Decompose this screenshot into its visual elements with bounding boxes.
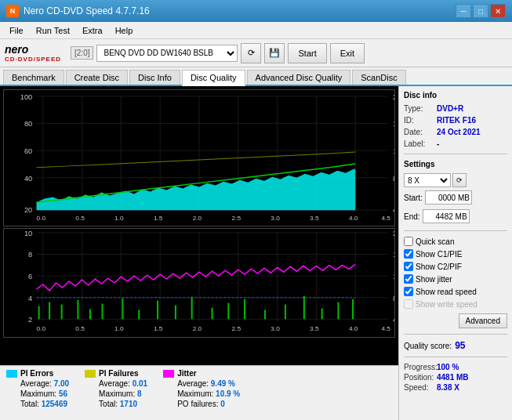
show-write-speed-checkbox — [404, 299, 413, 309]
svg-rect-84 — [244, 299, 245, 320]
disc-label-value: - — [437, 139, 439, 148]
menu-bar: File Run Test Extra Help — [0, 22, 512, 39]
quick-scan-checkbox[interactable] — [404, 237, 413, 246]
po-failures-value: 0 — [220, 400, 225, 408]
show-write-speed-label: Show write speed — [416, 300, 478, 309]
speed-label-progress: Speed: — [404, 383, 435, 392]
svg-text:2.5: 2.5 — [232, 215, 241, 222]
po-failures: PO failures: 0 — [163, 400, 240, 408]
show-c2pif-row: Show C2/PIF — [404, 262, 507, 271]
svg-text:4.0: 4.0 — [349, 215, 358, 222]
pi-errors-max: Maximum: 56 — [6, 389, 69, 398]
svg-text:2: 2 — [28, 316, 32, 324]
speed-row-progress: Speed: 8.38 X — [404, 383, 507, 392]
end-input[interactable] — [423, 209, 470, 223]
close-button[interactable]: ✕ — [490, 4, 506, 18]
app-icon: N — [6, 5, 19, 17]
tab-disc-info[interactable]: Disc Info — [129, 70, 180, 85]
svg-text:3.5: 3.5 — [310, 215, 319, 222]
svg-text:10: 10 — [24, 230, 32, 237]
quality-score-row: Quality score: 95 — [404, 340, 507, 351]
svg-rect-77 — [122, 299, 123, 320]
start-label: Start: — [404, 194, 423, 202]
svg-text:4: 4 — [28, 295, 32, 302]
minimize-button[interactable]: ─ — [456, 4, 471, 18]
svg-text:4: 4 — [393, 316, 394, 324]
svg-text:1.0: 1.0 — [114, 215, 124, 222]
pi-failures-label: PI Failures — [99, 369, 139, 378]
drive-label: [2:0] — [71, 46, 93, 60]
menu-run-test[interactable]: Run Test — [30, 24, 76, 37]
disc-type-value: DVD+R — [437, 104, 463, 113]
end-label: End: — [404, 212, 420, 221]
svg-text:0.5: 0.5 — [75, 325, 85, 332]
pi-errors-total: Total: 125469 — [6, 400, 69, 408]
svg-rect-85 — [264, 310, 266, 320]
pi-failures-group: PI Failures Average: 0.01 Maximum: 8 Tot… — [85, 369, 147, 408]
pi-errors-legend: PI Errors — [6, 369, 69, 378]
tab-advanced-disc-quality[interactable]: Advanced Disc Quality — [247, 70, 351, 85]
quick-scan-label: Quick scan — [416, 237, 454, 246]
menu-help[interactable]: Help — [109, 24, 140, 37]
tab-scan-disc[interactable]: ScanDisc — [352, 70, 405, 85]
exit-button[interactable]: Exit — [330, 43, 365, 63]
speed-combo[interactable]: 8 X — [404, 173, 451, 187]
quality-score-label: Quality score: — [404, 342, 452, 350]
svg-rect-76 — [102, 304, 103, 320]
disc-type-label: Type: — [404, 104, 435, 113]
svg-text:0.5: 0.5 — [75, 215, 85, 222]
show-c2pif-checkbox[interactable] — [404, 262, 413, 271]
tab-disc-quality[interactable]: Disc Quality — [182, 70, 245, 86]
svg-text:3.0: 3.0 — [271, 325, 280, 332]
menu-file[interactable]: File — [3, 24, 30, 37]
drive-combo[interactable]: BENQ DVD DD DW1640 BSLB — [96, 45, 238, 62]
show-read-speed-checkbox[interactable] — [404, 287, 413, 296]
advanced-button[interactable]: Advanced — [459, 313, 507, 328]
disc-date-value: 24 Oct 2021 — [437, 128, 481, 136]
svg-text:4.5: 4.5 — [381, 215, 390, 222]
save-icon-btn[interactable]: 💾 — [264, 43, 285, 63]
menu-extra[interactable]: Extra — [76, 24, 109, 37]
tab-create-disc[interactable]: Create Disc — [66, 70, 128, 85]
disc-type-row: Type: DVD+R — [404, 104, 507, 113]
svg-text:0.0: 0.0 — [37, 215, 46, 222]
start-input[interactable] — [425, 190, 472, 205]
pi-failures-avg-value: 0.01 — [133, 379, 147, 388]
svg-text:40: 40 — [24, 175, 32, 183]
speed-refresh-icon[interactable]: ⟳ — [452, 173, 467, 187]
disc-date-row: Date: 24 Oct 2021 — [404, 128, 507, 136]
chart-area: 100 80 60 40 20 20 16 12 8 4 0.0 0.5 1.0… — [0, 86, 398, 365]
disc-label-label: Label: — [404, 139, 435, 148]
progress-section: Progress: 100 % Position: 4481 MB Speed:… — [404, 363, 507, 392]
refresh-icon-btn[interactable]: ⟳ — [241, 43, 261, 63]
svg-text:1.5: 1.5 — [154, 215, 163, 222]
svg-text:16: 16 — [393, 121, 394, 129]
pi-failures-color — [85, 370, 96, 378]
title-bar-text: Nero CD-DVD Speed 4.7.7.16 — [24, 5, 456, 16]
svg-text:4: 4 — [393, 206, 394, 214]
start-button[interactable]: Start — [288, 43, 326, 63]
disc-date-label: Date: — [404, 128, 435, 136]
tab-benchmark[interactable]: Benchmark — [3, 70, 64, 85]
main-content: 100 80 60 40 20 20 16 12 8 4 0.0 0.5 1.0… — [0, 86, 512, 420]
title-bar-controls: ─ □ ✕ — [456, 4, 506, 18]
pi-errors-total-value: 125469 — [42, 400, 67, 408]
show-read-speed-row: Show read speed — [404, 287, 507, 296]
pi-failures-total: Total: 1710 — [85, 400, 147, 408]
svg-rect-90 — [352, 299, 354, 320]
show-c1pie-checkbox[interactable] — [404, 249, 413, 259]
svg-text:60: 60 — [24, 147, 32, 155]
svg-rect-86 — [285, 305, 286, 320]
progress-value: 100 % — [437, 363, 459, 371]
logo-sub: CD·DVD/SPEED — [5, 56, 61, 63]
svg-text:20: 20 — [24, 206, 32, 214]
show-write-speed-row: Show write speed — [404, 299, 507, 309]
svg-text:80: 80 — [24, 121, 32, 129]
svg-rect-83 — [227, 303, 229, 320]
show-c1pie-row: Show C1/PIE — [404, 249, 507, 259]
show-jitter-checkbox[interactable] — [404, 274, 413, 284]
divider-3 — [404, 334, 507, 335]
toolbar: nero CD·DVD/SPEED [2:0] BENQ DVD DD DW16… — [0, 39, 512, 67]
disc-id-label: ID: — [404, 116, 435, 125]
maximize-button[interactable]: □ — [473, 4, 488, 18]
